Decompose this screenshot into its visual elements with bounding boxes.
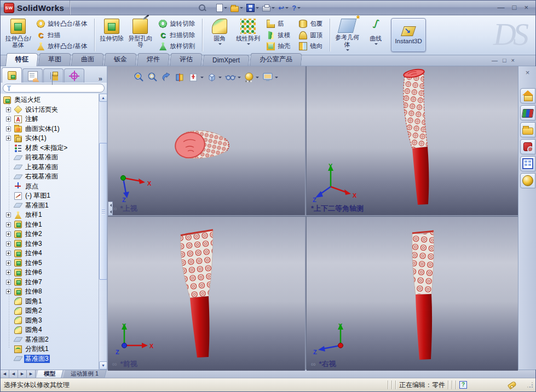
print-button[interactable]	[261, 3, 276, 13]
undo-button[interactable]: ↩	[277, 3, 290, 13]
quick-tips-icon[interactable]: ?	[459, 381, 467, 389]
tree-item[interactable]: 材质 <未指定>	[1, 143, 99, 153]
scroll-down-button[interactable]: ▼	[99, 361, 107, 370]
chevron-down-icon[interactable]	[240, 7, 243, 10]
tree-item[interactable]: 圆角3	[1, 316, 99, 326]
command-tab[interactable]: 曲面	[71, 53, 104, 66]
tree-item[interactable]: 拉伸3	[1, 239, 99, 249]
nav-prev-button[interactable]: ◀	[9, 370, 18, 378]
tree-item[interactable]: 拉伸4	[1, 249, 99, 258]
chevron-down-icon[interactable]	[238, 77, 241, 80]
rib-button[interactable]: 筋	[264, 19, 292, 29]
panel-overflow-chevrons[interactable]: »	[95, 74, 106, 83]
chevron-down-icon[interactable]	[218, 77, 222, 80]
command-tab[interactable]: 钣金	[104, 53, 137, 66]
viewport-right-view[interactable]: Y Z ∞ *右视	[307, 217, 518, 371]
save-button[interactable]	[245, 3, 260, 13]
dome-button[interactable]: 圆顶	[297, 30, 325, 41]
view-orientation-button[interactable]	[188, 71, 204, 83]
menu-item[interactable]	[157, 5, 169, 10]
close-button[interactable]: ×	[522, 4, 530, 11]
menu-item[interactable]	[181, 5, 193, 10]
menu-item[interactable]	[84, 5, 96, 10]
model-tab[interactable]: 运动算例 1	[63, 370, 106, 378]
linear-pattern-button[interactable]: 线性阵列	[234, 16, 262, 54]
doc-restore-button[interactable]: □	[503, 57, 506, 64]
task-pane-close-button[interactable]: ×	[518, 68, 536, 77]
chevron-down-icon[interactable]	[224, 7, 227, 10]
tree-item[interactable]: 上视基准面	[1, 163, 99, 172]
tab-property-manager[interactable]	[22, 68, 43, 83]
viewport-isometric-view[interactable]: Y X Z *上下二等角轴测	[307, 66, 518, 215]
tree-item[interactable]: 右视基准面	[1, 172, 99, 182]
expand-icon[interactable]	[6, 270, 11, 275]
tree-item[interactable]: 原点	[1, 182, 99, 192]
resize-grip[interactable]	[527, 382, 533, 388]
menu-item[interactable]	[108, 5, 120, 10]
tab-dimxpert-manager[interactable]	[64, 68, 84, 83]
display-style-button[interactable]	[206, 71, 222, 83]
tree-item[interactable]: 注解	[1, 114, 99, 124]
menu-item[interactable]	[120, 5, 132, 10]
command-tab[interactable]: 草图	[38, 53, 71, 66]
scroll-up-button[interactable]: ▲	[99, 94, 107, 102]
tree-item[interactable]: 拉伸2	[1, 229, 99, 239]
help-button[interactable]: ?	[291, 3, 302, 13]
new-document-button[interactable]	[214, 3, 228, 13]
maximize-button[interactable]: □	[511, 4, 518, 11]
hole-wizard-button[interactable]: 异型孔向导	[126, 16, 154, 54]
scrollbar-thumb[interactable]	[99, 143, 107, 280]
tab-feature-manager[interactable]	[2, 67, 22, 83]
menu-item[interactable]	[96, 5, 108, 10]
expand-icon[interactable]	[6, 289, 11, 294]
expand-icon[interactable]	[6, 107, 11, 112]
tree-scrollbar[interactable]: ▲ ▼	[99, 94, 107, 370]
search-icon[interactable]	[198, 4, 206, 12]
expand-icon[interactable]	[6, 222, 11, 227]
sweep-cut-button[interactable]: 扫描切除	[157, 30, 197, 41]
tree-item[interactable]: 分割线1	[1, 344, 99, 354]
menu-item[interactable]	[132, 5, 145, 10]
hide-show-items-button[interactable]	[224, 71, 241, 83]
expand-icon[interactable]	[6, 232, 11, 237]
expand-icon[interactable]	[6, 251, 11, 256]
expand-icon[interactable]	[6, 241, 11, 246]
tree-item[interactable]: 圆角4	[1, 325, 99, 335]
fillet-button[interactable]: 圆角	[205, 16, 234, 54]
previous-view-button[interactable]	[160, 71, 172, 83]
chevron-down-icon[interactable]	[218, 43, 222, 47]
solidworks-resources-button[interactable]	[520, 88, 535, 103]
expand-icon[interactable]	[6, 117, 11, 122]
chevron-down-icon[interactable]	[272, 7, 275, 10]
nav-next-button[interactable]: ▶	[18, 370, 27, 378]
solidworks-search-button[interactable]	[520, 139, 535, 154]
tree-item[interactable]: 曲面实体(1)	[1, 124, 99, 134]
tree-item[interactable]: 前视基准面	[1, 153, 99, 163]
tree-item[interactable]: 设计活页夹	[1, 105, 99, 115]
shell-button[interactable]: 抽壳	[264, 41, 292, 51]
zoom-to-fit-button[interactable]	[133, 71, 145, 83]
revolve-boss-button[interactable]: 旋转凸台/基体	[34, 19, 89, 29]
revolve-cut-button[interactable]: 旋转切除	[157, 19, 197, 29]
command-tab[interactable]: 办公室产品	[250, 53, 302, 66]
panel-splitter-handles[interactable]	[108, 201, 113, 216]
command-tab[interactable]: 评估	[170, 53, 203, 66]
view-palette-button[interactable]	[520, 156, 535, 171]
chevron-down-icon[interactable]	[346, 49, 349, 53]
tree-item[interactable]: 圆角1	[1, 297, 99, 307]
tree-item[interactable]: (-) 草图1	[1, 191, 99, 201]
chevron-down-icon[interactable]	[200, 77, 204, 80]
reference-geometry-button[interactable]: 参考几何体	[333, 16, 361, 54]
boss-extrude-button[interactable]: 拉伸凸台/基体	[4, 16, 32, 54]
tab-configuration-manager[interactable]	[43, 68, 64, 83]
chevron-down-icon[interactable]	[285, 7, 289, 10]
open-button[interactable]	[229, 3, 244, 13]
zoom-to-area-button[interactable]	[147, 71, 159, 83]
tree-item[interactable]: 实体(1)	[1, 134, 99, 143]
viewport-front-view[interactable]: Y X Z ∞ *前视	[108, 217, 305, 371]
menu-item[interactable]	[145, 5, 157, 10]
sweep-button[interactable]: 扫描	[34, 30, 89, 41]
nav-first-button[interactable]: ◀	[1, 370, 9, 378]
apply-scene-button[interactable]	[261, 71, 279, 83]
minimize-button[interactable]: —	[496, 4, 506, 11]
